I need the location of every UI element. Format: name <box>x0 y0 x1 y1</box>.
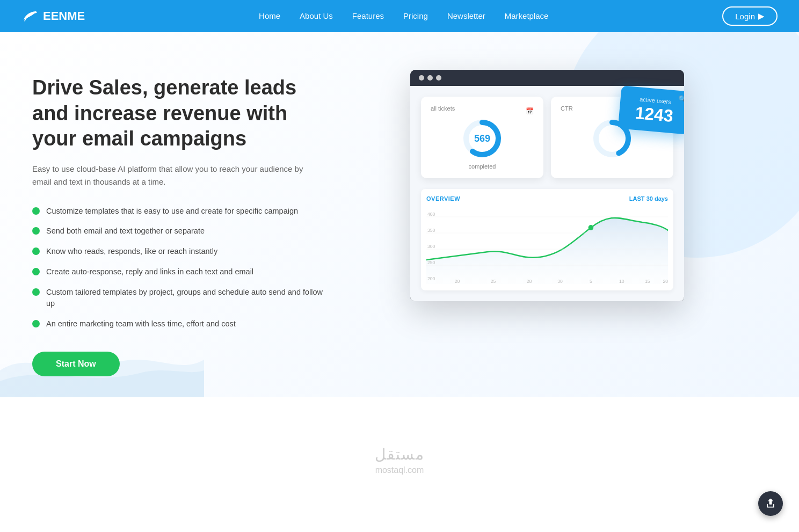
logo-icon <box>21 10 39 22</box>
navbar: EENME Home About Us Features Pricing New… <box>0 0 799 32</box>
feature-item-4: Create auto-response, reply and links in… <box>32 266 333 278</box>
feature-item-2: Send both email and text together or sep… <box>32 225 333 237</box>
overview-header: OVERVIEW LAST 30 days <box>426 195 668 202</box>
svg-text:28: 28 <box>527 279 532 284</box>
logo[interactable]: EENME <box>21 9 85 23</box>
browser-dot-1 <box>419 75 424 81</box>
feature-list: Customize templates that is easy to use … <box>32 206 333 330</box>
feature-item-5: Custom tailored templates by project, gr… <box>32 287 333 310</box>
hero-subtitle: Easy to use cloud-base AI platform that … <box>32 163 311 188</box>
tickets-donut-chart: 569 <box>461 117 504 160</box>
line-chart: 400 350 300 250 200 20 25 28 30 5 10 15 … <box>426 206 668 284</box>
ctr-label: CTR <box>561 105 573 112</box>
svg-text:10: 10 <box>619 279 624 284</box>
svg-text:5: 5 <box>590 279 592 284</box>
logo-text: EENME <box>43 9 85 23</box>
bullet-dot-6 <box>32 320 40 327</box>
login-arrow-icon: ▶ <box>758 11 765 21</box>
bullet-dot-3 <box>32 247 40 255</box>
watermark: مستقل mostaql.com <box>0 429 799 497</box>
share-icon <box>765 498 776 507</box>
browser-dot-2 <box>427 75 433 81</box>
hero-left: Drive Sales, generate leads and increase… <box>32 64 333 376</box>
dashboard-mockup: all tickets 📅 569 completed <box>410 70 684 301</box>
tickets-status: completed <box>431 163 534 170</box>
svg-text:400: 400 <box>427 212 435 217</box>
svg-text:200: 200 <box>427 276 435 281</box>
all-tickets-card: all tickets 📅 569 completed <box>421 97 543 178</box>
footer-area: مستقل mostaql.com <box>0 397 799 507</box>
svg-text:15: 15 <box>645 279 650 284</box>
bullet-dot-2 <box>32 227 40 235</box>
feature-item-6: An entire marketing team with less time,… <box>32 318 333 330</box>
hero-section: Drive Sales, generate leads and increase… <box>0 32 799 397</box>
feature-item-3: Know who reads, responds, like or reach … <box>32 246 333 258</box>
nav-features[interactable]: Features <box>352 11 384 20</box>
start-now-button[interactable]: Start Now <box>32 352 120 376</box>
browser-content: all tickets 📅 569 completed <box>410 86 684 301</box>
bullet-dot-4 <box>32 268 40 275</box>
watermark-url: mostaql.com <box>0 465 799 475</box>
bullet-dot-1 <box>32 207 40 215</box>
svg-text:20: 20 <box>455 279 460 284</box>
hero-title: Drive Sales, generate leads and increase… <box>32 75 333 152</box>
bullet-dot-5 <box>32 288 40 296</box>
nav-marketplace[interactable]: Marketplace <box>505 11 549 20</box>
nav-newsletter[interactable]: Newsletter <box>447 11 485 20</box>
period-label: LAST 30 days <box>629 195 668 202</box>
active-users-count: 1243 <box>629 104 679 125</box>
all-tickets-label: all tickets <box>431 105 455 112</box>
overview-chart-area: OVERVIEW LAST 30 days <box>421 189 673 290</box>
nav-about[interactable]: About Us <box>300 11 333 20</box>
svg-text:250: 250 <box>427 260 435 265</box>
svg-text:25: 25 <box>491 279 496 284</box>
watermark-arabic: مستقل <box>0 446 799 463</box>
hero-right: all tickets 📅 569 completed <box>400 64 767 301</box>
tickets-count: 569 <box>474 133 490 144</box>
svg-text:20: 20 <box>663 279 668 284</box>
feature-item-1: Customize templates that is easy to use … <box>32 206 333 217</box>
browser-topbar <box>410 70 684 86</box>
login-button[interactable]: Login ▶ <box>722 6 778 26</box>
nav-home[interactable]: Home <box>259 11 280 20</box>
active-users-card: 🔍 active users 1243 <box>618 85 684 134</box>
svg-text:30: 30 <box>557 279 563 284</box>
stats-row: all tickets 📅 569 completed <box>421 97 673 178</box>
overview-label: OVERVIEW <box>426 195 460 202</box>
nav-pricing[interactable]: Pricing <box>403 11 428 20</box>
svg-text:350: 350 <box>427 228 435 233</box>
browser-dot-3 <box>436 75 441 81</box>
chart-peak-dot <box>589 225 594 230</box>
nav-links: Home About Us Features Pricing Newslette… <box>259 11 548 21</box>
svg-text:300: 300 <box>427 244 435 249</box>
calendar-icon: 📅 <box>526 107 534 115</box>
